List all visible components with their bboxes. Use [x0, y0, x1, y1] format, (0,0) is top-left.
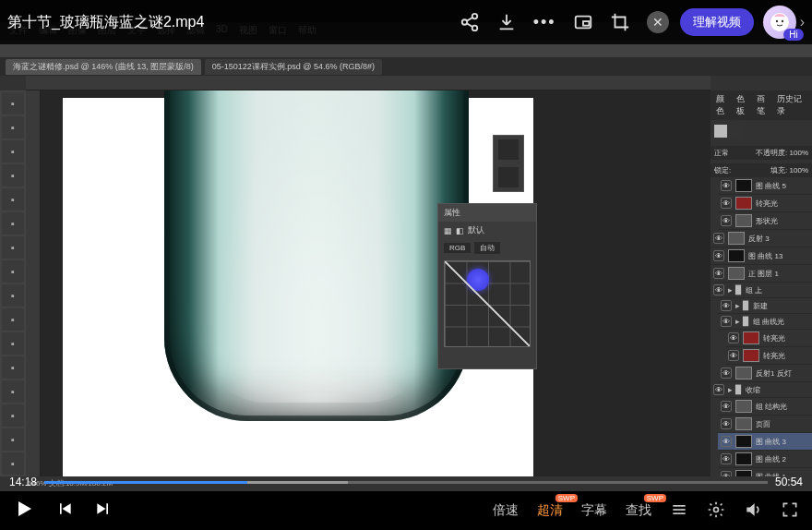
photoshop-frame: 文件编辑图像图层文字选择滤镜3D视图窗口帮助 海蓝之谜精修.psd @ 146%…	[0, 22, 812, 491]
close-icon[interactable]: ✕	[647, 11, 669, 33]
eye-icon: 👁	[713, 233, 724, 244]
seek-track[interactable]	[44, 481, 768, 484]
playlist-icon[interactable]	[670, 500, 688, 522]
layer-name: 图 曲线 2	[756, 454, 786, 464]
ps-ruler-horizontal	[26, 76, 710, 90]
fullscreen-icon[interactable]	[781, 500, 799, 522]
volume-icon[interactable]	[744, 500, 762, 522]
ps-tool: ▪	[2, 452, 24, 475]
avatar[interactable]: Hi	[763, 6, 796, 39]
layer-row: 👁正 图层 1	[710, 265, 812, 283]
layer-name: 图 曲线 3	[756, 437, 786, 447]
eye-icon: 👁	[721, 316, 732, 327]
ps-tool: ▪	[2, 380, 24, 403]
understand-video-button[interactable]: 理解视频	[680, 8, 754, 36]
svg-point-2	[472, 26, 478, 30]
eye-icon: 👁	[713, 250, 724, 261]
eye-icon: 👁	[721, 198, 732, 209]
video-area: 文件编辑图像图层文字选择滤镜3D视图窗口帮助 海蓝之谜精修.psd @ 146%…	[0, 0, 812, 491]
ps-ruler-vertical	[26, 90, 41, 476]
ps-canvas: 属性 ▦◧默认 RGB自动	[63, 98, 533, 476]
player-controls: 倍速 超清SWP 字幕 查找SWP	[0, 491, 812, 530]
eye-icon: 👁	[713, 268, 724, 279]
eye-icon: 👁	[713, 284, 724, 295]
svg-line-3	[467, 18, 472, 21]
video-header: 第十节_玻璃瓶海蓝之谜2.mp4 ••• ✕ 理解视频 Hi ›	[0, 0, 812, 44]
eye-icon: 👁	[721, 436, 732, 447]
eye-icon: 👁	[721, 367, 732, 379]
svg-point-9	[781, 20, 782, 22]
layer-row: 👁图 曲线 3	[718, 433, 812, 451]
ps-tool: ▪	[2, 332, 24, 355]
subtitle-button[interactable]: 字幕	[581, 502, 607, 519]
ps-tool: ▪	[2, 404, 24, 427]
ps-tool: ▪	[2, 284, 24, 307]
layer-row: 👁反射 3	[710, 230, 812, 247]
layer-row: 👁页面	[718, 416, 812, 433]
layer-name: 反射 3	[748, 234, 770, 244]
layer-name: 转亮光	[763, 351, 785, 361]
layer-row: 👁转亮光	[725, 347, 812, 365]
ps-tool: ▪	[2, 356, 24, 379]
ps-tool: ▪	[2, 116, 24, 139]
ps-tool: ▪	[2, 308, 24, 331]
layer-name: 形状光	[756, 216, 778, 226]
next-button[interactable]	[94, 500, 113, 522]
quality-button[interactable]: 超清SWP	[537, 502, 563, 519]
ps-tool: ▪	[2, 164, 24, 187]
layer-name: 图 曲线 5	[756, 181, 786, 191]
crop-icon[interactable]	[610, 12, 630, 32]
ps-tool: ▪	[2, 260, 24, 283]
ps-tool: ▪	[2, 236, 24, 259]
progress-bar[interactable]: 14:18 50:54	[0, 473, 812, 491]
layer-row: 👁图 曲线 2	[718, 451, 812, 468]
ps-doc-tab: 05-150122课程实例.psd @ 54.6% (RGB/8#)	[205, 59, 382, 75]
share-icon[interactable]	[460, 12, 480, 32]
ps-panels-right: 颜色 色板 画笔 历史记录 正常不透明度: 100% 锁定:填充: 100% 👁…	[710, 90, 812, 476]
ps-tool: ▪	[2, 428, 24, 451]
ps-tool: ▪	[2, 140, 24, 163]
ps-toolbar: ▪▪▪▪▪▪▪▪▪▪▪▪▪▪▪▪	[0, 90, 26, 476]
svg-point-8	[775, 20, 777, 22]
video-title: 第十节_玻璃瓶海蓝之谜2.mp4	[7, 13, 460, 32]
layer-name: 页面	[756, 419, 770, 429]
prev-button[interactable]	[55, 500, 74, 522]
eye-icon: 👁	[721, 401, 732, 412]
eye-icon: 👁	[721, 180, 732, 191]
svg-point-13	[714, 507, 719, 512]
play-button[interactable]	[13, 498, 35, 524]
layer-row: 👁▸ ▉组 上	[710, 283, 812, 298]
svg-point-0	[472, 14, 478, 19]
layer-row: 👁▸ ▉组 曲线光	[718, 314, 812, 330]
layers-list: 👁图 曲线 5👁转亮光👁形状光👁反射 3👁图 曲线 13👁正 图层 1👁▸ ▉组…	[710, 177, 812, 476]
find-button[interactable]: 查找SWP	[626, 502, 651, 519]
ps-tool: ▪	[2, 188, 24, 211]
chevron-right-icon[interactable]: ›	[800, 14, 805, 30]
layer-name: 组 结构光	[756, 402, 787, 412]
ps-mini-panel	[493, 135, 524, 192]
ps-doc-tab: 海蓝之谜精修.psd @ 146% (曲线 13, 图层蒙版/8)	[6, 59, 201, 75]
layer-name: 新建	[753, 301, 768, 311]
time-current: 14:18	[9, 476, 37, 488]
layer-row: 👁▸ ▉收缩	[710, 382, 812, 398]
curves-title: 属性	[438, 204, 536, 222]
pip-icon[interactable]	[573, 12, 593, 32]
settings-icon[interactable]	[707, 500, 725, 522]
layer-name: 图 曲线 13	[748, 251, 782, 261]
layer-name: 转亮光	[756, 199, 778, 209]
layer-row: 👁形状光	[718, 212, 812, 230]
more-icon[interactable]: •••	[533, 13, 556, 32]
speed-button[interactable]: 倍速	[493, 502, 519, 519]
layer-row: 👁图 曲线 5	[718, 177, 812, 195]
eye-icon: 👁	[721, 453, 732, 464]
svg-rect-6	[583, 21, 589, 26]
svg-line-4	[467, 23, 472, 27]
layer-name: 收缩	[746, 385, 760, 395]
download-icon[interactable]	[496, 12, 517, 32]
eye-icon: 👁	[728, 350, 739, 361]
layer-row: 👁反射1 反灯	[718, 365, 812, 382]
ps-canvas-area: 属性 ▦◧默认 RGB自动	[26, 90, 710, 476]
layer-name: 转亮光	[763, 333, 785, 343]
layer-name: 反射1 反灯	[756, 368, 792, 379]
layer-row: 👁组 结构光	[718, 398, 812, 416]
